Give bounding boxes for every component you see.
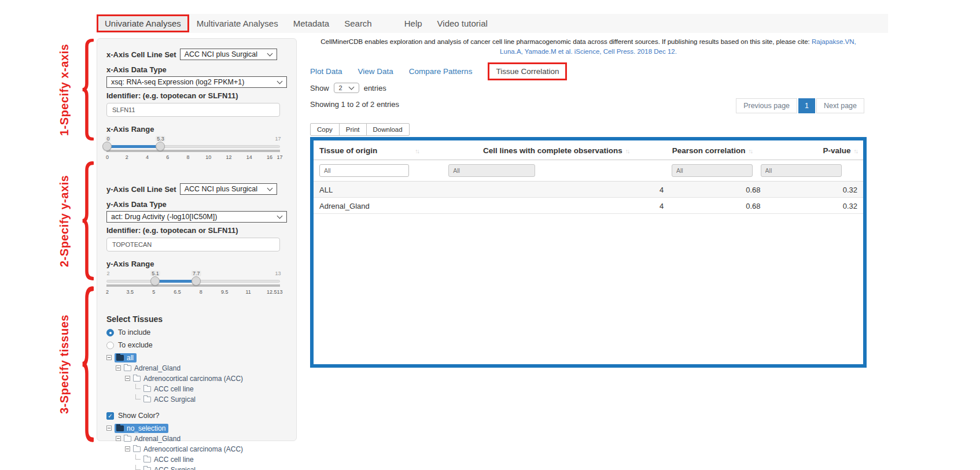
- radio-icon: [106, 342, 114, 349]
- table-row[interactable]: ALL 4 0.68 0.32: [314, 182, 863, 198]
- tick-label: 0: [106, 154, 109, 160]
- copy-button[interactable]: Copy: [310, 123, 340, 136]
- x-axis-cell-line-set-value: ACC NCI plus Surgical: [185, 50, 257, 58]
- next-page-button[interactable]: Next page: [816, 98, 864, 113]
- folder-icon: [143, 467, 151, 470]
- filter-p-value-input[interactable]: [761, 164, 842, 177]
- collapse-icon[interactable]: [125, 376, 130, 381]
- cell-tissue: Adrenal_Gland: [319, 202, 448, 210]
- header-p-value[interactable]: P-value ↑↓: [761, 146, 857, 155]
- tab-compare-patterns[interactable]: Compare Patterns: [409, 67, 473, 76]
- header-tissue-of-origin[interactable]: Tissue of origin ↑↓: [319, 146, 448, 155]
- print-button[interactable]: Print: [339, 123, 367, 136]
- table-row[interactable]: Adrenal_Gland 4 0.68 0.32: [314, 198, 863, 214]
- top-navbar: Univariate Analyses Multivariate Analyse…: [97, 14, 888, 33]
- color-tissue-tree: no_selection Adrenal_Gland Adrenocortica…: [106, 424, 287, 470]
- tree-elbow-icon: [135, 465, 141, 470]
- tree-elbow-icon: [135, 394, 141, 399]
- nav-tab-video-tutorial[interactable]: Video tutorial: [430, 14, 495, 32]
- y-axis-cell-line-set-select[interactable]: ACC NCI plus Surgical: [180, 183, 277, 195]
- collapse-icon[interactable]: [116, 365, 121, 371]
- filter-pearson-input[interactable]: [672, 164, 753, 177]
- tick-label: 17: [277, 154, 283, 160]
- tree-node-adrenal-gland[interactable]: Adrenal_Gland: [106, 364, 287, 372]
- tick-label: 4: [146, 154, 149, 160]
- x-axis-range-slider: 0 5.3 17 0 2 4 6 8 10 12 14 16 17: [106, 136, 280, 162]
- tree-node-acc-cell-line[interactable]: ACC cell line: [106, 455, 287, 464]
- header-pearson-correlation[interactable]: Pearson correlation ↑↓: [664, 146, 760, 155]
- tick-label: 10: [205, 154, 211, 160]
- table-header-row: Tissue of origin ↑↓ Cell lines with comp…: [314, 140, 863, 160]
- showing-entries-text: Showing 1 to 2 of 2 entries: [310, 100, 399, 109]
- x-axis-identifier-input[interactable]: SLFN11: [106, 103, 280, 117]
- sort-icon[interactable]: ↑↓: [415, 147, 419, 154]
- tab-view-data[interactable]: View Data: [358, 67, 393, 76]
- show-color-checkbox[interactable]: ✓ Show Color?: [106, 412, 287, 420]
- annotation-step1-bracket: [80, 38, 94, 141]
- download-button[interactable]: Download: [366, 123, 410, 136]
- tick-label: 3.5: [127, 289, 134, 295]
- nav-tab-univariate-analyses[interactable]: Univariate Analyses: [97, 14, 189, 32]
- tree-elbow-icon: [135, 454, 141, 460]
- table-toolbar: Copy Print Download: [310, 123, 867, 136]
- annotation-step2-label: 2-Specify y-axis: [56, 161, 73, 281]
- tree-elbow-icon: [135, 384, 141, 389]
- nav-tab-multivariate-analyses[interactable]: Multivariate Analyses: [189, 14, 286, 32]
- tree-node-acc[interactable]: Adrenocortical carcinoma (ACC): [106, 374, 287, 383]
- page-1-button[interactable]: 1: [798, 98, 815, 113]
- tree-node-all[interactable]: all: [106, 353, 287, 362]
- chevron-down-icon: [267, 186, 272, 191]
- tab-tissue-correlation[interactable]: Tissue Correlation: [488, 62, 567, 80]
- radio-to-exclude[interactable]: To exclude: [106, 341, 287, 349]
- y-range-low-value: 5.1: [150, 271, 160, 276]
- pagination: Previous page 1 Next page: [736, 98, 864, 113]
- cell-cell-lines: 4: [448, 202, 664, 210]
- cell-pearson: 0.68: [664, 202, 760, 210]
- nav-tab-help[interactable]: Help: [397, 14, 430, 32]
- collapse-icon[interactable]: [106, 355, 112, 360]
- folder-icon: [116, 425, 124, 431]
- y-axis-identifier-input[interactable]: TOPOTECAN: [106, 238, 280, 251]
- tick-label: 12.5: [267, 289, 277, 295]
- sort-icon[interactable]: ↑↓: [625, 147, 629, 154]
- sort-icon[interactable]: ↑↓: [853, 147, 857, 154]
- filter-tissue-input[interactable]: [319, 164, 409, 177]
- tick-label: 2: [106, 289, 109, 295]
- x-range-low-value: 0: [105, 136, 110, 142]
- x-axis-data-type-select[interactable]: xsq: RNA-seq Expression (log2 FPKM+1): [106, 76, 287, 88]
- tree-node-label: Adrenal_Gland: [134, 435, 180, 443]
- previous-page-button[interactable]: Previous page: [736, 98, 797, 113]
- tree-node-no-selection[interactable]: no_selection: [106, 424, 287, 432]
- chevron-down-icon: [277, 213, 283, 219]
- nav-tab-metadata[interactable]: Metadata: [286, 14, 337, 32]
- collapse-icon[interactable]: [125, 446, 130, 452]
- y-range-low-handle[interactable]: [150, 276, 160, 286]
- filter-cell-lines-input[interactable]: [448, 164, 535, 177]
- folder-icon: [143, 386, 151, 392]
- sort-icon[interactable]: ↑↓: [749, 147, 753, 154]
- tree-node-adrenal-gland[interactable]: Adrenal_Gland: [106, 434, 287, 443]
- tree-node-acc-surgical[interactable]: ACC Surgical: [106, 395, 287, 404]
- y-axis-range-slider: 2 5.1 7.7 13 2 3.5 5 6.5 8 9.5 11 12.5 1…: [106, 271, 280, 297]
- tick-label: 12: [226, 154, 231, 160]
- tree-node-label: Adrenocortical carcinoma (ACC): [143, 445, 243, 453]
- folder-icon: [116, 355, 124, 361]
- y-range-high-handle[interactable]: [191, 276, 201, 286]
- x-axis-cell-line-set-select[interactable]: ACC NCI plus Surgical: [180, 49, 277, 60]
- x-range-high-handle[interactable]: [156, 142, 165, 151]
- x-range-max-label: 17: [274, 136, 282, 142]
- radio-to-include[interactable]: To include: [106, 328, 287, 336]
- tree-node-acc-cell-line[interactable]: ACC cell line: [106, 384, 287, 393]
- x-range-low-handle[interactable]: [102, 142, 112, 151]
- tab-plot-data[interactable]: Plot Data: [310, 67, 342, 76]
- collapse-icon[interactable]: [116, 436, 121, 441]
- header-cell-lines[interactable]: Cell lines with complete observations ↑↓: [448, 146, 664, 155]
- nav-tab-search[interactable]: Search: [337, 14, 380, 32]
- entries-count-select[interactable]: 2: [334, 83, 359, 93]
- tick-label: 6.5: [174, 289, 181, 295]
- y-axis-data-type-select[interactable]: act: Drug Activity (-log10[IC50M]): [106, 211, 287, 223]
- tree-node-acc-surgical[interactable]: ACC Surgical: [106, 465, 287, 470]
- collapse-icon[interactable]: [106, 425, 112, 431]
- tree-node-acc[interactable]: Adrenocortical carcinoma (ACC): [106, 445, 287, 453]
- tick-label: 8: [186, 154, 189, 160]
